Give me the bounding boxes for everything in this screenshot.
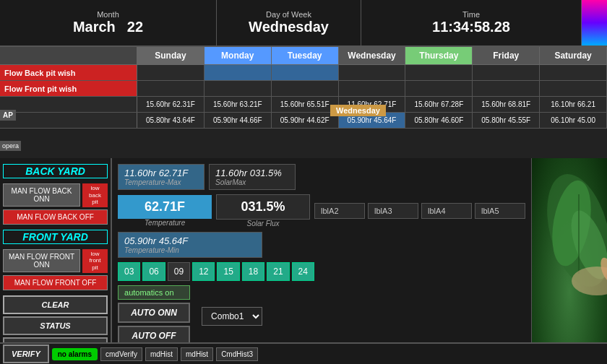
man-flow-front-on-row: MAN FLOW FRONT ONN lowfrontpit <box>3 249 108 273</box>
verify-button[interactable]: VERIFY <box>3 344 49 363</box>
wish-cell-sun-2 <box>137 81 205 96</box>
combo-select[interactable]: Combo1 <box>202 307 262 326</box>
cmd-hist3-button[interactable]: CmdHist3 <box>216 347 258 361</box>
wish-cell-sun-1 <box>137 65 205 80</box>
data-row-2-spacer <box>0 113 137 128</box>
man-flow-back-on-row: MAN FLOW BACK ONN lowbackpit <box>3 183 108 207</box>
temp-max-val: 11.60hr 62.71F <box>124 168 198 178</box>
solar-flux-item: 031.5% Solar Flux <box>216 194 310 228</box>
day-header-spacer <box>0 47 137 64</box>
man-flow-front-off-row: MAN FLOW FRONT OFF <box>3 275 108 290</box>
temp-max-label: Temperature-Max <box>124 178 198 186</box>
big-display: 62.71F Temperature 031.5% Solar Flux lbl… <box>118 194 525 228</box>
dr1-sat: 16.10hr 66.21 <box>540 97 607 112</box>
man-flow-front-on-button[interactable]: MAN FLOW FRONT ONN <box>3 249 80 272</box>
dr2-thu: 05.80hr 46.60F <box>405 113 473 128</box>
wish-cell-fri-1 <box>473 65 540 80</box>
saturday-header: Saturday <box>540 47 607 64</box>
dr2-mon: 05.90hr 44.66F <box>205 113 272 128</box>
solar-flux-val: 031.5% <box>216 194 310 220</box>
dr2-sun: 05.80hr 43.64F <box>137 113 205 128</box>
man-flow-back-off-row: MAN FLOW BACK OFF <box>3 209 108 225</box>
md-hist-button[interactable]: mdHist <box>145 347 178 361</box>
time-btn-03[interactable]: 03 <box>118 262 140 281</box>
id-box-a5: lblA5 <box>475 203 525 219</box>
solar-flux-label: Solar Flux <box>247 220 280 228</box>
id-box-a2: lblA2 <box>314 203 365 219</box>
automatics-label: automatics on <box>118 285 190 300</box>
md-hist2-button[interactable]: mdHist <box>181 347 213 361</box>
time-btn-15[interactable]: 15 <box>217 262 239 281</box>
dr2-fri: 05.80hr 45.55F <box>473 113 540 128</box>
dr1-mon: 15.60hr 63.21F <box>205 97 272 112</box>
temperature-item: 62.71F Temperature <box>118 195 212 227</box>
month-label: Month <box>97 10 119 19</box>
dr2-sat: 06.10hr 45.00 <box>540 113 607 128</box>
wish-cell-sat-2 <box>540 81 607 96</box>
back-yard-title: BACK YARD <box>3 164 108 178</box>
time-btn-18[interactable]: 18 <box>242 262 264 281</box>
time-buttons: 03 06 09 12 15 18 21 24 <box>118 262 525 281</box>
time-label: Time <box>462 10 480 19</box>
man-flow-back-on-button[interactable]: MAN FLOW BACK ONN <box>3 183 80 207</box>
wish-cell-wed-1 <box>339 65 406 80</box>
sunday-header: Sunday <box>137 47 205 64</box>
month-value: March <box>73 19 116 35</box>
wish-cell-tue-2 <box>272 81 339 96</box>
low-front-label: lowfrontpit <box>82 249 108 273</box>
cmd-verify-button[interactable]: cmdVerify <box>100 347 142 361</box>
left-panel: BACK YARD MAN FLOW BACK ONN lowbackpit M… <box>0 158 112 364</box>
wednesday-header: Wednesday <box>339 47 406 64</box>
time-btn-06[interactable]: 06 <box>142 262 165 281</box>
dr1-thu: 15.60hr 67.28F <box>405 97 473 112</box>
photo-area: cmd TX DURATION <box>532 158 607 364</box>
man-flow-front-off-button[interactable]: MAN FLOW FRONT OFF <box>3 275 108 290</box>
no-alarms-indicator: no alarms <box>52 348 98 360</box>
temp-min-label: Temperature-Min <box>124 246 256 254</box>
data-row-1-spacer <box>0 97 137 112</box>
right-panel: cmd TX DURATION <box>531 158 607 364</box>
time-btn-09[interactable]: 09 <box>168 262 190 281</box>
opera-label: opera <box>0 141 21 151</box>
id-box-a4: lblA4 <box>421 203 472 219</box>
top-right-decoration <box>582 0 607 46</box>
dow-label: Day of Week <box>266 10 311 19</box>
id-box-a3: lblA3 <box>368 203 418 219</box>
temp-min-val: 05.90hr 45.64F <box>124 235 256 246</box>
top-data-display: 11.60hr 62.71F Temperature-Max 11.60hr 0… <box>118 164 525 190</box>
data-row-2: 05.80hr 43.64F 05.90hr 44.66F 05.90hr 44… <box>0 113 607 129</box>
status-button[interactable]: STATUS <box>3 316 108 335</box>
front-yard-title: FRONT YARD <box>3 230 108 244</box>
time-btn-12[interactable]: 12 <box>192 262 215 281</box>
dr1-tue: 15.60hr 65.51F <box>272 97 339 112</box>
month-section: Month March 22 <box>0 0 217 46</box>
data-row-1: 15.60hr 62.31F 15.60hr 63.21F 15.60hr 65… <box>0 97 607 113</box>
auto-on-button[interactable]: AUTO ONN <box>118 303 190 323</box>
auto-section: automatics on AUTO ONN AUTO OFF <box>118 285 190 346</box>
wednesday-badge: Wednesday <box>330 105 386 116</box>
wish-cell-mon-1 <box>205 65 272 80</box>
wish-cell-thu-2 <box>405 81 473 96</box>
flow-back-wish-label: Flow Back pit wish <box>0 65 137 80</box>
dow-value: Wednesday <box>249 19 329 35</box>
wish-cell-sat-1 <box>540 65 607 80</box>
time-btn-24[interactable]: 24 <box>292 262 314 281</box>
status-bar: VERIFY no alarms cmdVerify mdHist mdHist… <box>0 342 607 364</box>
dr1-fri: 15.60hr 68.81F <box>473 97 540 112</box>
low-back-label: lowbackpit <box>82 183 108 207</box>
temperature-label: Temperature <box>145 219 185 227</box>
time-value: 11:34:58.28 <box>432 19 510 35</box>
day-headers: Sunday Monday Tuesday Wednesday Thursday… <box>0 47 607 65</box>
wish-row-2: Flow Front pit wish <box>0 81 607 97</box>
thursday-header[interactable]: Thursday <box>405 47 473 64</box>
combo-section: Combo1 <box>202 307 262 326</box>
clear-button[interactable]: CLEAR <box>3 295 108 314</box>
dow-section: Day of Week Wednesday <box>217 0 361 46</box>
wish-cell-tue-1 <box>272 65 339 80</box>
man-flow-back-off-button[interactable]: MAN FLOW BACK OFF <box>3 209 108 225</box>
wish-cell-thu-1 <box>405 65 473 80</box>
wish-rows: Flow Back pit wish Flow Front pit wish 1… <box>0 65 607 129</box>
solar-max-label: SolarMax <box>215 178 289 186</box>
dr1-sun: 15.60hr 62.31F <box>137 97 205 112</box>
time-btn-21[interactable]: 21 <box>267 262 289 281</box>
